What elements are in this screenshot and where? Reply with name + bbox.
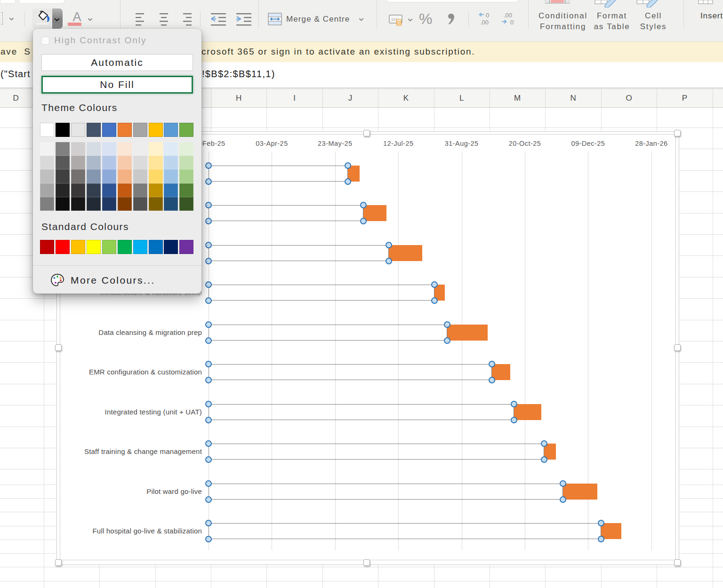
svg-text:.00: .00 (504, 12, 512, 19)
svg-text:0: 0 (510, 19, 514, 26)
svg-text:.00: .00 (480, 19, 489, 26)
svg-text:0: 0 (486, 12, 489, 19)
